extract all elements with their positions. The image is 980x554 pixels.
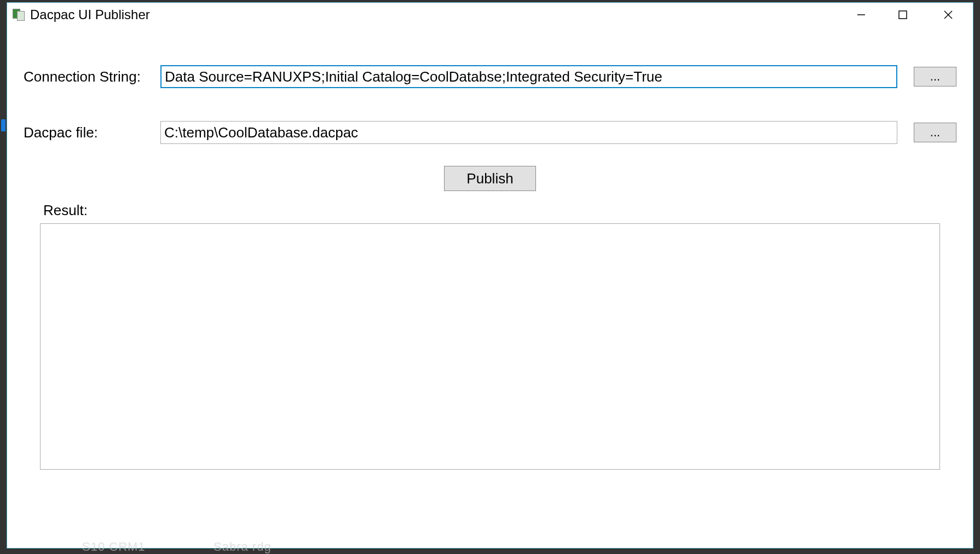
connection-row: Connection String: ... — [24, 65, 956, 88]
connection-browse-button[interactable]: ... — [914, 67, 956, 86]
maximize-icon — [898, 10, 908, 20]
close-button[interactable] — [924, 3, 973, 26]
result-label: Result: — [43, 202, 956, 219]
dacpac-row: Dacpac file: ... — [24, 121, 956, 144]
window-controls — [840, 3, 973, 26]
connection-string-label: Connection String: — [24, 68, 160, 85]
minimize-button[interactable] — [840, 3, 882, 26]
dacpac-file-input[interactable] — [160, 121, 897, 144]
dacpac-file-label: Dacpac file: — [24, 124, 160, 141]
connection-string-input[interactable] — [160, 65, 897, 88]
close-icon — [943, 9, 954, 20]
minimize-icon — [856, 10, 866, 20]
taskbar-fragment-2: Sabra rdg — [214, 540, 272, 554]
svg-rect-1 — [899, 11, 907, 19]
dacpac-browse-button[interactable]: ... — [914, 123, 956, 142]
result-output[interactable] — [40, 223, 940, 470]
taskbar-fragment-1: S10 CRM1 — [82, 540, 146, 554]
publish-row: Publish — [24, 166, 956, 191]
main-window: Dacpac UI Publisher Connection String: .… — [7, 2, 973, 549]
app-icon — [13, 9, 25, 21]
background-window-edge — [1, 119, 5, 131]
titlebar[interactable]: Dacpac UI Publisher — [7, 3, 973, 27]
publish-button[interactable]: Publish — [444, 166, 536, 191]
window-title: Dacpac UI Publisher — [30, 7, 150, 22]
maximize-button[interactable] — [882, 3, 924, 26]
client-area: Connection String: ... Dacpac file: ... … — [7, 27, 973, 481]
